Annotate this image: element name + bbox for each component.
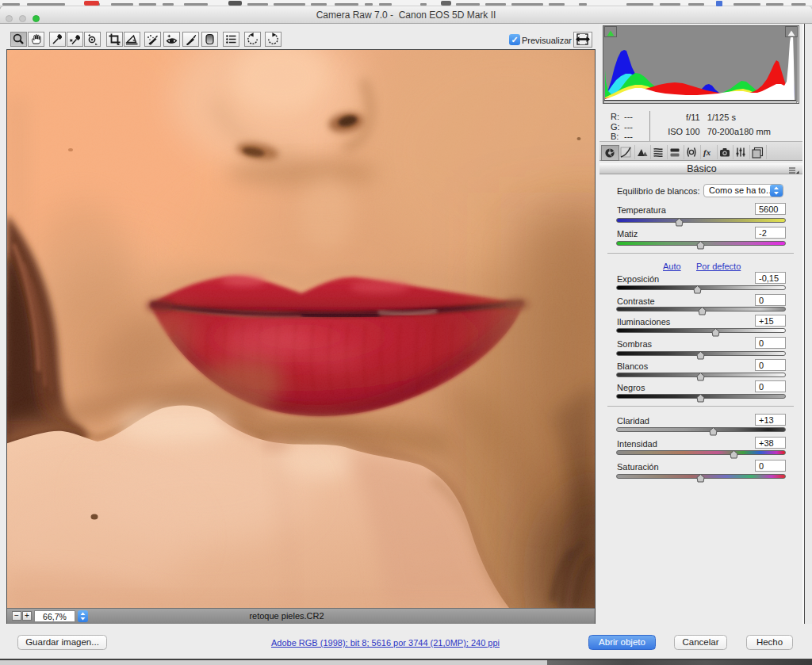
svg-text:fx: fx — [703, 147, 711, 157]
